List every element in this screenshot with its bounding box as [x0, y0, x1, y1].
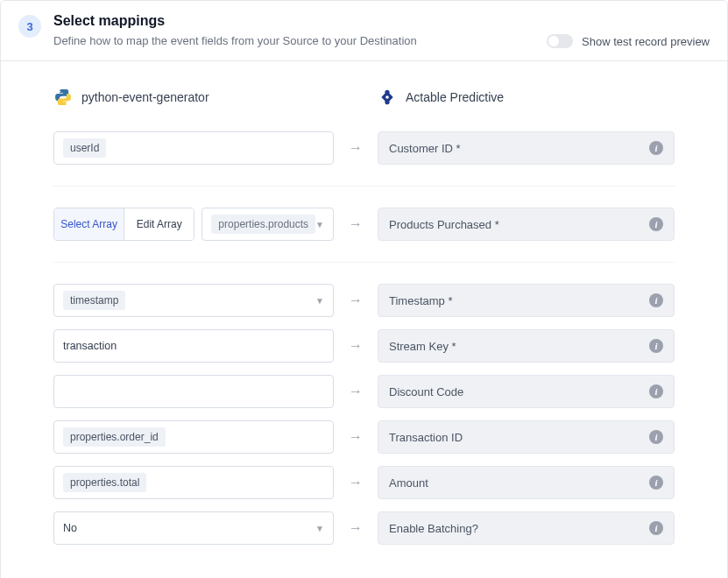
destination-column-header: Actable Predictive [378, 88, 675, 107]
arrow-icon: → [334, 429, 378, 445]
source-field-timestamp[interactable]: timestamp ▼ [53, 284, 334, 317]
info-icon[interactable]: i [649, 293, 663, 307]
step-badge: 3 [18, 15, 41, 38]
card-header: 3 Select mappings Define how to map the … [1, 1, 727, 61]
svg-point-2 [385, 95, 389, 99]
mapping-row: properties.total → Amount i [53, 466, 675, 499]
mapping-row: properties.order_id → Transaction ID i [53, 420, 675, 454]
dest-label: Enable Batching? [389, 522, 478, 535]
arrow-icon: → [334, 520, 378, 536]
destination-name: Actable Predictive [406, 90, 504, 104]
dest-field-enable-batching: Enable Batching? i [378, 511, 675, 545]
dest-label: Discount Code [389, 385, 463, 398]
info-icon[interactable]: i [649, 476, 663, 490]
arrow-icon: → [334, 216, 378, 232]
mapping-row: transaction → Stream Key * i [53, 329, 675, 363]
columns-header: python-event-generator Actable Predictiv… [53, 88, 675, 107]
preview-toggle[interactable] [547, 34, 573, 48]
dest-field-amount: Amount i [378, 466, 675, 499]
info-icon[interactable]: i [649, 141, 663, 155]
python-icon [53, 88, 73, 107]
source-text: transaction [63, 340, 117, 352]
dest-field-products-purchased: Products Purchased * i [378, 208, 675, 241]
mappings-card: 3 Select mappings Define how to map the … [0, 0, 728, 578]
dest-field-discount-code: Discount Code i [378, 375, 675, 408]
chevron-down-icon: ▼ [315, 220, 324, 229]
array-path-chip: properties.products [211, 215, 315, 234]
info-icon[interactable]: i [649, 521, 663, 535]
source-column-header: python-event-generator [53, 88, 334, 107]
dest-label: Customer ID * [389, 142, 461, 155]
array-mode-toggle: Select Array Edit Array [53, 208, 194, 241]
info-icon[interactable]: i [649, 384, 663, 398]
card-body: python-event-generator Actable Predictiv… [1, 61, 727, 578]
source-field-amount[interactable]: properties.total [53, 466, 334, 499]
svg-point-1 [66, 102, 67, 104]
source-chip: properties.total [63, 473, 146, 492]
mapping-row: Select Array Edit Array properties.produ… [53, 208, 675, 263]
arrow-icon: → [334, 293, 378, 308]
dest-label: Transaction ID [389, 431, 463, 444]
info-icon[interactable]: i [649, 339, 663, 353]
source-field-discount-code[interactable] [53, 375, 334, 408]
info-icon[interactable]: i [649, 430, 663, 444]
mapping-row: No ▼ → Enable Batching? i [53, 511, 675, 545]
edit-array-button[interactable]: Edit Array [124, 208, 194, 240]
mapping-row: timestamp ▼ → Timestamp * i [53, 284, 675, 317]
info-icon[interactable]: i [649, 217, 663, 231]
dest-field-stream-key: Stream Key * i [378, 329, 675, 363]
chevron-down-icon: ▼ [315, 296, 324, 306]
header-main: Select mappings Define how to map the ev… [53, 13, 534, 47]
source-field-transaction-id[interactable]: properties.order_id [53, 420, 334, 454]
source-field-stream-key[interactable]: transaction [53, 329, 334, 363]
dest-field-timestamp: Timestamp * i [378, 284, 675, 317]
page-subtitle: Define how to map the event fields from … [53, 34, 534, 47]
arrow-icon: → [334, 475, 378, 490]
actable-icon [378, 88, 397, 107]
source-chip: timestamp [63, 291, 125, 310]
dest-field-transaction-id: Transaction ID i [378, 420, 675, 454]
page-title: Select mappings [53, 13, 534, 29]
svg-point-0 [60, 91, 61, 93]
header-right: Show test record preview [547, 34, 710, 48]
select-array-button[interactable]: Select Array [54, 208, 124, 240]
dest-label: Stream Key * [389, 340, 456, 353]
arrow-icon: → [334, 384, 378, 399]
source-chip: properties.order_id [63, 427, 166, 447]
mapping-row: userId → Customer ID * i [53, 131, 675, 187]
mapping-row: → Discount Code i [53, 375, 675, 408]
dest-label: Amount [389, 476, 428, 490]
source-name: python-event-generator [81, 90, 209, 104]
source-chip: userId [63, 138, 106, 158]
source-field-enable-batching[interactable]: No ▼ [53, 511, 334, 545]
chevron-down-icon: ▼ [315, 524, 324, 533]
source-text: No [63, 522, 77, 534]
array-path-select[interactable]: properties.products ▼ [201, 208, 334, 241]
source-field-userid[interactable]: userId [53, 131, 334, 165]
dest-label: Products Purchased * [389, 218, 499, 231]
arrow-icon: → [334, 338, 378, 354]
dest-label: Timestamp * [389, 294, 452, 307]
preview-toggle-label: Show test record preview [582, 35, 710, 48]
dest-field-customer-id: Customer ID * i [378, 131, 675, 165]
arrow-icon: → [334, 140, 378, 156]
